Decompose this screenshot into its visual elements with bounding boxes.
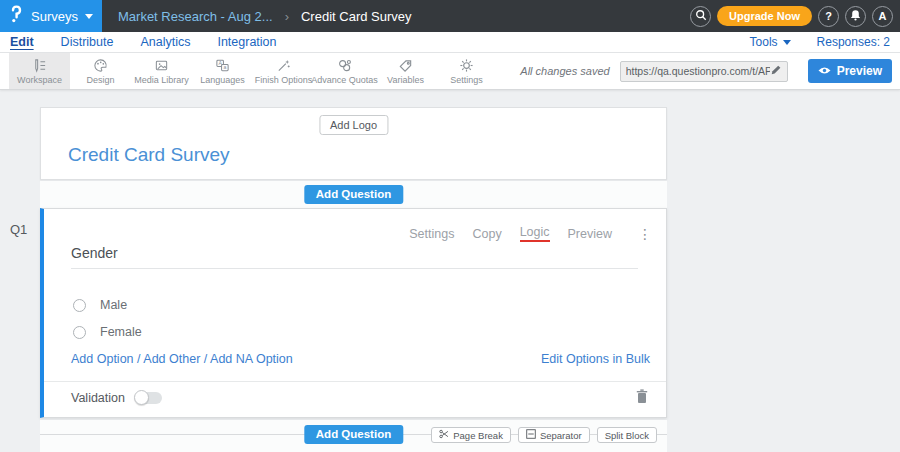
question-number-label: Q1 <box>10 222 27 237</box>
tab-edit[interactable]: Edit <box>10 35 34 49</box>
eye-icon <box>818 64 831 78</box>
translate-icon: A a <box>215 58 230 73</box>
question-copy-link[interactable]: Copy <box>472 227 501 241</box>
image-icon <box>154 58 169 73</box>
survey-url-value: https://qa.questionpro.com/t/APNrFZgQ <box>626 65 770 77</box>
split-block-label: Split Block <box>605 430 649 441</box>
toolbar-item-workspace[interactable]: Workspace <box>9 53 70 89</box>
add-logo-button[interactable]: Add Logo <box>319 115 388 135</box>
top-navbar: Surveys Market Research - Aug 2... › Cre… <box>0 0 900 32</box>
edit-url-pencil-icon[interactable] <box>770 62 782 80</box>
survey-editor-canvas: Add Logo Credit Card Survey Add Question… <box>0 90 900 452</box>
preview-button[interactable]: Preview <box>808 59 892 83</box>
toolbar-item-media-library[interactable]: Media Library <box>131 53 192 89</box>
edit-options-in-bulk-link[interactable]: Edit Options in Bulk <box>541 352 650 366</box>
gear-icon <box>459 58 474 73</box>
save-status: All changes saved <box>520 65 609 77</box>
toolbar-item-label: Variables <box>387 75 424 85</box>
question-settings-link[interactable]: Settings <box>409 227 454 241</box>
add-na-option-link[interactable]: Add NA Option <box>210 352 293 366</box>
toolbar-item-label: Settings <box>450 75 483 85</box>
surveys-menu-label: Surveys <box>31 9 78 24</box>
option-label[interactable]: Female <box>100 325 142 339</box>
questionpro-logo-icon <box>10 5 23 28</box>
links-icon <box>337 58 352 73</box>
question-logic-link[interactable]: Logic <box>520 225 550 242</box>
tab-distribute[interactable]: Distribute <box>61 35 114 49</box>
palette-icon <box>93 58 108 73</box>
tab-integration[interactable]: Integration <box>217 35 276 49</box>
validation-label: Validation <box>71 391 125 405</box>
wand-icon <box>276 58 291 73</box>
section-nav: Edit Distribute Analytics Integration To… <box>0 32 900 53</box>
topbar-actions: Upgrade Now ? A <box>690 0 893 32</box>
survey-url-field[interactable]: https://qa.questionpro.com/t/APNrFZgQ <box>620 61 788 82</box>
add-question-button[interactable]: Add Question <box>304 185 403 204</box>
toolbar-item-label: Design <box>86 75 114 85</box>
link-separator: / <box>204 352 207 366</box>
add-option-link[interactable]: Add Option <box>71 352 134 366</box>
notifications-button[interactable] <box>845 6 866 27</box>
toolbar-item-advance-quotas[interactable]: Advance Quotas <box>314 53 375 89</box>
add-other-link[interactable]: Add Other <box>143 352 200 366</box>
page-break-label: Page Break <box>453 430 503 441</box>
chevron-down-icon <box>85 14 93 19</box>
survey-title[interactable]: Credit Card Survey <box>68 144 230 166</box>
question-text-underline <box>71 268 638 269</box>
upgrade-now-button[interactable]: Upgrade Now <box>717 6 812 26</box>
link-separator: / <box>137 352 140 366</box>
breadcrumb: Market Research - Aug 2... › Credit Card… <box>118 0 412 32</box>
tag-icon <box>398 58 413 73</box>
add-question-button[interactable]: Add Question <box>304 425 403 444</box>
bell-icon <box>850 9 861 23</box>
question-footer-divider <box>44 381 666 382</box>
separator-label: Separator <box>540 430 582 441</box>
page-break-button[interactable]: Page Break <box>431 427 511 443</box>
breadcrumb-separator-icon: › <box>285 9 289 24</box>
answer-option-row: Female <box>73 325 142 339</box>
tab-analytics[interactable]: Analytics <box>140 35 190 49</box>
toolbar-item-label: Media Library <box>134 75 189 85</box>
question-card: Settings Copy Logic Preview ⋮ Gender Mal… <box>40 208 667 418</box>
responses-count[interactable]: Responses: 2 <box>817 35 890 49</box>
option-links: Add Option / Add Other / Add NA Option <box>71 352 293 366</box>
question-preview-link[interactable]: Preview <box>568 227 612 241</box>
validation-toggle[interactable] <box>135 392 162 404</box>
surveys-menu[interactable]: Surveys <box>0 0 102 32</box>
scissors-icon <box>439 429 449 441</box>
option-label[interactable]: Male <box>100 298 127 312</box>
chevron-down-icon <box>783 40 791 45</box>
svg-text:a: a <box>223 64 226 70</box>
answer-option-row: Male <box>73 298 127 312</box>
split-block-button[interactable]: Split Block <box>597 427 657 443</box>
radio-button[interactable] <box>73 326 86 339</box>
breadcrumb-folder[interactable]: Market Research - Aug 2... <box>118 9 273 24</box>
toolbar-item-languages[interactable]: A a Languages <box>192 53 253 89</box>
add-question-divider-bottom: Add Question Page Break Se <box>40 420 667 452</box>
search-button[interactable] <box>690 6 711 27</box>
tools-label: Tools <box>750 35 778 49</box>
preview-button-label: Preview <box>837 64 882 78</box>
toolbar-item-finish-options[interactable]: Finish Options <box>253 53 314 89</box>
toolbar-item-label: Languages <box>200 75 245 85</box>
kebab-menu-icon[interactable]: ⋮ <box>638 226 652 242</box>
question-text[interactable]: Gender <box>71 245 118 261</box>
toggle-knob <box>134 390 149 405</box>
toolbar-item-settings[interactable]: Settings <box>436 53 497 89</box>
toolbar-item-label: Finish Options <box>255 75 313 85</box>
avatar-button[interactable]: A <box>872 6 893 27</box>
toolbar-item-variables[interactable]: Variables <box>375 53 436 89</box>
delete-question-button[interactable] <box>636 389 648 408</box>
breadcrumb-current: Credit Card Survey <box>301 9 412 24</box>
separator-button[interactable]: Separator <box>518 427 590 443</box>
help-button[interactable]: ? <box>818 6 839 27</box>
survey-header-card: Add Logo Credit Card Survey <box>40 107 667 180</box>
toolbar-item-label: Workspace <box>17 75 62 85</box>
separator-icon <box>526 429 536 441</box>
workspace-icon <box>32 58 47 73</box>
radio-button[interactable] <box>73 299 86 312</box>
toolbar-item-design[interactable]: Design <box>70 53 131 89</box>
trash-icon <box>636 390 648 407</box>
tools-menu[interactable]: Tools <box>750 35 791 49</box>
search-icon <box>695 9 707 23</box>
